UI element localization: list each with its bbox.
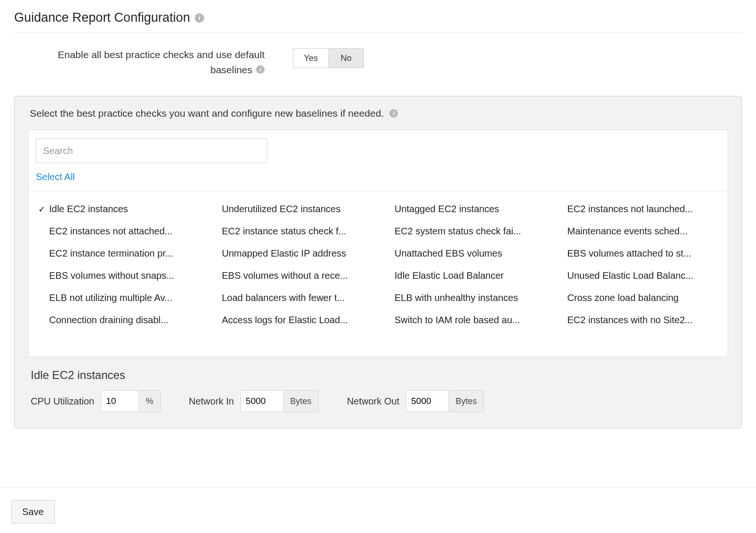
checks-panel: Select the best practice checks you want… bbox=[14, 96, 742, 429]
check-item[interactable]: ✓EC2 instances not attached... bbox=[35, 220, 203, 242]
network-out-input[interactable] bbox=[406, 390, 448, 412]
network-in-unit: Bytes bbox=[283, 390, 318, 412]
check-label: Idle Elastic Load Balancer bbox=[395, 270, 504, 281]
check-item[interactable]: ✓Switch to IAM role based au... bbox=[380, 309, 549, 331]
cpu-input[interactable] bbox=[101, 390, 138, 412]
panel-instruction: Select the best practice checks you want… bbox=[30, 108, 384, 119]
cpu-field: CPU Utilization % bbox=[31, 390, 161, 412]
check-label: Untagged EC2 instances bbox=[395, 204, 499, 215]
network-out-field: Network Out Bytes bbox=[347, 390, 484, 412]
info-icon[interactable]: i bbox=[256, 65, 265, 74]
check-label: EBS volumes without snaps... bbox=[49, 270, 174, 281]
checks-grid: ✓Idle EC2 instances✓Underutilized EC2 in… bbox=[35, 198, 721, 331]
baseline-row: CPU Utilization % Network In Bytes Netwo… bbox=[31, 390, 725, 412]
check-label: Maintenance events sched... bbox=[567, 226, 688, 237]
check-item[interactable]: ✓Cross zone load balancing bbox=[553, 287, 722, 309]
panel-instruction-row: Select the best practice checks you want… bbox=[28, 108, 728, 119]
network-in-field: Network In Bytes bbox=[189, 390, 319, 412]
check-item[interactable]: ✓Underutilized EC2 instances bbox=[208, 198, 376, 220]
footer: Save bbox=[0, 487, 756, 524]
check-item[interactable]: ✓Access logs for Elastic Load... bbox=[208, 309, 376, 331]
check-label: Cross zone load balancing bbox=[567, 292, 679, 303]
check-item[interactable]: ✓EC2 instances not launched... bbox=[553, 198, 722, 220]
check-item[interactable]: ✓ELB not utilizing multiple Av... bbox=[35, 287, 203, 309]
check-label: EC2 instance status check f... bbox=[222, 226, 346, 237]
page-title: Guidance Report Configuration bbox=[14, 10, 190, 25]
network-in-label: Network In bbox=[189, 396, 234, 407]
check-label: Connection draining disabl... bbox=[49, 315, 168, 326]
check-label: ELB not utilizing multiple Av... bbox=[49, 292, 172, 303]
check-item[interactable]: ✓EC2 instance status check f... bbox=[208, 220, 376, 242]
baseline-title: Idle EC2 instances bbox=[31, 369, 725, 382]
check-item[interactable]: ✓EBS volumes without snaps... bbox=[35, 265, 203, 287]
check-label: EC2 system status check fai... bbox=[395, 226, 521, 237]
enable-all-no-button[interactable]: No bbox=[328, 49, 363, 68]
checks-grid-wrap: ✓Idle EC2 instances✓Underutilized EC2 in… bbox=[28, 191, 728, 357]
enable-all-toggle: Yes No bbox=[293, 48, 364, 68]
check-item[interactable]: ✓ELB with unhealthy instances bbox=[380, 287, 549, 309]
enable-all-label-line2: baselines bbox=[210, 62, 252, 77]
check-item[interactable]: ✓Idle Elastic Load Balancer bbox=[380, 265, 549, 287]
check-item[interactable]: ✓Connection draining disabl... bbox=[35, 309, 203, 331]
checks-box-header: Select All bbox=[28, 130, 728, 191]
enable-all-yes-button[interactable]: Yes bbox=[293, 49, 328, 68]
check-label: Idle EC2 instances bbox=[49, 204, 128, 215]
check-label: Access logs for Elastic Load... bbox=[222, 315, 348, 326]
check-label: EC2 instances not launched... bbox=[567, 204, 693, 215]
check-label: Load balancers with fewer t... bbox=[222, 292, 345, 303]
check-item[interactable]: ✓Unattached EBS volumes bbox=[380, 242, 549, 265]
check-icon: ✓ bbox=[37, 204, 46, 215]
check-item[interactable]: ✓Maintenance events sched... bbox=[553, 220, 722, 242]
enable-all-label: Enable all best practice checks and use … bbox=[47, 47, 265, 77]
check-label: Switch to IAM role based au... bbox=[395, 315, 520, 326]
check-label: EBS volumes without a rece... bbox=[222, 270, 348, 281]
check-item[interactable]: ✓EC2 system status check fai... bbox=[380, 220, 549, 242]
check-item[interactable]: ✓Unmapped Elastic IP address bbox=[208, 242, 376, 265]
check-item[interactable]: ✓Untagged EC2 instances bbox=[380, 198, 549, 220]
check-item[interactable]: ✓EC2 instance termination pr... bbox=[35, 242, 203, 265]
check-label: EC2 instances not attached... bbox=[49, 226, 172, 237]
check-item[interactable]: ✓Idle EC2 instances bbox=[35, 198, 203, 220]
check-item[interactable]: ✓EBS volumes attached to st... bbox=[553, 242, 722, 265]
check-item[interactable]: ✓Unused Elastic Load Balanc... bbox=[553, 265, 722, 287]
checks-box: Select All ✓Idle EC2 instances✓Underutil… bbox=[28, 129, 728, 357]
network-out-label: Network Out bbox=[347, 396, 399, 407]
info-icon[interactable]: i bbox=[195, 13, 204, 23]
check-label: Unused Elastic Load Balanc... bbox=[567, 270, 694, 281]
enable-all-row: Enable all best practice checks and use … bbox=[14, 33, 742, 96]
check-item[interactable]: ✓EBS volumes without a rece... bbox=[208, 265, 376, 287]
cpu-unit: % bbox=[138, 390, 160, 412]
check-label: Unmapped Elastic IP address bbox=[222, 248, 346, 259]
info-icon[interactable]: i bbox=[389, 109, 398, 118]
baseline-section: Idle EC2 instances CPU Utilization % Net… bbox=[28, 357, 728, 412]
check-label: EC2 instance termination pr... bbox=[49, 248, 173, 259]
check-label: Unattached EBS volumes bbox=[395, 248, 502, 259]
check-label: EC2 instances with no Site2... bbox=[567, 315, 693, 326]
check-item[interactable]: ✓EC2 instances with no Site2... bbox=[553, 309, 722, 331]
check-label: ELB with unhealthy instances bbox=[395, 292, 518, 303]
check-label: Underutilized EC2 instances bbox=[222, 204, 341, 215]
network-in-input[interactable] bbox=[241, 390, 283, 412]
select-all-link[interactable]: Select All bbox=[36, 172, 75, 182]
check-label: EBS volumes attached to st... bbox=[567, 248, 691, 259]
enable-all-label-line1: Enable all best practice checks and use … bbox=[58, 47, 265, 62]
search-input[interactable] bbox=[36, 138, 267, 163]
cpu-label: CPU Utilization bbox=[31, 396, 94, 407]
network-out-unit: Bytes bbox=[448, 390, 484, 412]
page-title-row: Guidance Report Configuration i bbox=[14, 10, 742, 33]
save-button[interactable]: Save bbox=[11, 500, 55, 524]
check-item[interactable]: ✓Load balancers with fewer t... bbox=[208, 287, 376, 309]
